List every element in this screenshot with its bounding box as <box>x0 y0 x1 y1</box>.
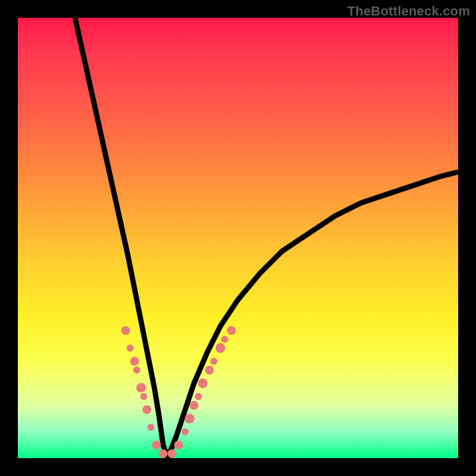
data-marker <box>130 357 139 366</box>
curve-right-branch <box>168 172 458 458</box>
data-marker <box>195 393 202 400</box>
bottleneck-chart <box>18 18 458 458</box>
data-marker <box>221 336 228 343</box>
data-marker <box>181 428 189 436</box>
curve-left-branch <box>75 18 167 458</box>
chart-frame <box>18 18 458 458</box>
watermark-text: TheBottleneck.com <box>347 4 470 19</box>
data-marker <box>205 366 214 375</box>
data-marker <box>152 440 161 449</box>
data-marker <box>136 383 146 392</box>
data-marker <box>198 378 208 388</box>
data-marker <box>159 449 168 458</box>
data-marker <box>210 358 217 365</box>
data-marker <box>184 414 194 423</box>
data-marker <box>168 449 177 458</box>
data-marker <box>227 326 236 335</box>
data-marker <box>140 393 148 400</box>
data-marker <box>215 343 225 353</box>
data-marker <box>121 326 130 335</box>
data-marker <box>142 405 151 414</box>
marker-group <box>121 326 236 458</box>
data-marker <box>127 345 134 352</box>
data-marker <box>148 424 155 431</box>
data-marker <box>174 440 183 449</box>
data-marker <box>190 401 199 410</box>
data-marker <box>133 367 140 374</box>
